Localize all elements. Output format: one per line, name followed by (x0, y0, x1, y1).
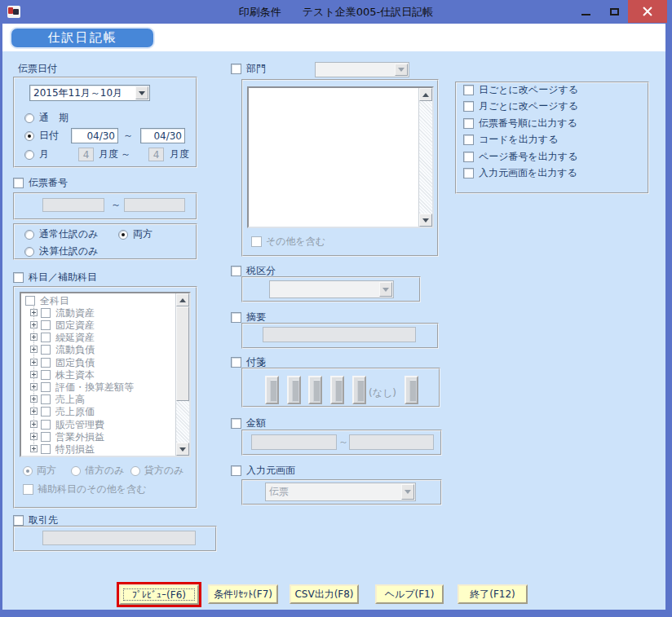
preview-button[interactable]: ﾌﾟﾚﾋﾞｭｰ(F6) (119, 584, 199, 605)
option-page-break-day-label: 日ごとに改ページする (479, 84, 578, 96)
fusen-checkbox[interactable] (231, 357, 241, 368)
fusen-label: 付箋 (246, 356, 266, 368)
tree-checkbox (41, 320, 51, 330)
radio-full-period-label: 通 期 (39, 112, 69, 124)
tree-row: 販売管理費 (21, 419, 173, 431)
radio-normal-journal-label: 通常仕訳のみ (39, 228, 99, 240)
department-include-other-label: その他を含む (266, 236, 325, 248)
radio-account-credit-label: 貸方のみ (144, 465, 184, 477)
tree-item-label: 売上高 (55, 394, 85, 406)
customer-label: 取引先 (29, 514, 58, 527)
titlebar: 印刷条件 テスト企業005-仕訳日記帳 (0, 0, 672, 24)
radio-closing-journal-label: 決算仕訳のみ (39, 245, 99, 258)
input-screen-dropdown-value: 伝票 (269, 485, 289, 499)
reset-button[interactable]: 条件ﾘｾｯﾄ(F7) (208, 584, 278, 604)
tree-row: 売上原価 (21, 406, 173, 418)
voucher-number-checkbox[interactable] (13, 178, 24, 188)
csv-export-button[interactable]: CSV出力(F8) (290, 584, 359, 604)
fusen-tag-none (405, 376, 418, 404)
exit-button[interactable]: 終了(F12) (458, 584, 528, 604)
period-dropdown-value: 2015年11月～10月 (33, 86, 122, 100)
date-tilde: ～ (123, 130, 133, 142)
tree-checkbox (41, 308, 51, 318)
period-dropdown[interactable]: 2015年11月～10月 (29, 85, 150, 101)
voucher-number-to-field (124, 198, 185, 212)
option-voucher-order-checkbox[interactable] (463, 118, 474, 129)
close-button[interactable] (628, 0, 667, 23)
fusen-tag-3 (308, 376, 322, 404)
radio-both-journal[interactable] (118, 230, 128, 240)
tree-row: 営業外損益 (21, 431, 173, 443)
month-tilde: ～ (121, 148, 130, 161)
tree-item-label: 流動資産 (55, 307, 95, 320)
radio-full-period[interactable] (24, 113, 34, 123)
maximize-icon (610, 8, 619, 15)
tree-item-label: 売上原価 (55, 406, 95, 418)
department-checkbox[interactable] (231, 64, 241, 74)
option-voucher-order-label: 伝票番号順に出力する (479, 117, 577, 130)
department-scrollbar (418, 88, 432, 227)
account-tree: 全科目 流動資産 固定資産 繰延資産 流動負債 固定負債 (20, 292, 191, 457)
minimize-button[interactable] (571, 0, 600, 23)
radio-date[interactable] (24, 131, 34, 141)
scroll-down-icon (176, 443, 189, 456)
option-input-screen-checkbox[interactable] (463, 168, 474, 178)
radio-closing-journal[interactable] (24, 247, 34, 257)
tree-checkbox (41, 370, 51, 380)
tree-expand-icon (30, 333, 38, 341)
tree-scrollbar (175, 293, 189, 456)
month-from-unit-label: 月度 (99, 148, 118, 161)
tree-expand-icon (30, 383, 38, 390)
voucher-date-label: 伝票日付 (18, 63, 57, 75)
amount-checkbox[interactable] (231, 418, 241, 429)
department-label: 部門 (246, 63, 266, 75)
tree-checkbox (41, 444, 51, 454)
tree-item-label: 全科目 (40, 295, 69, 307)
department-dropdown (315, 62, 409, 77)
customer-checkbox[interactable] (13, 515, 24, 526)
input-screen-checkbox[interactable] (231, 465, 241, 476)
voucher-number-tilde: ～ (111, 199, 121, 211)
help-button[interactable]: ヘルプ(F1) (375, 584, 444, 604)
amount-from-field (251, 434, 337, 450)
department-include-other-checkbox (251, 236, 262, 247)
chevron-down-icon (379, 282, 392, 297)
option-page-break-month-label: 月ごとに改ページする (479, 100, 578, 112)
tree-row: 固定負債 (21, 357, 173, 369)
summary-checkbox[interactable] (231, 312, 241, 323)
option-output-code-checkbox[interactable] (463, 134, 474, 145)
date-to-field[interactable]: 04/30 (140, 128, 185, 143)
chevron-down-icon[interactable] (135, 86, 148, 99)
close-icon (643, 7, 652, 16)
radio-month[interactable] (24, 150, 34, 160)
date-from-field[interactable]: 04/30 (71, 128, 118, 143)
fusen-tag-5 (352, 376, 366, 404)
tree-item-label: 評価・換算差額等 (55, 381, 134, 394)
tree-checkbox (41, 394, 51, 404)
radio-account-both (23, 466, 33, 476)
input-screen-label: 入力元画面 (246, 465, 295, 477)
window-title-left: 印刷条件 (239, 5, 281, 20)
maximize-button[interactable] (600, 0, 628, 23)
minimize-icon (581, 14, 590, 15)
account-checkbox[interactable] (13, 272, 24, 283)
tree-checkbox (41, 407, 51, 416)
voucher-number-from-field (42, 198, 104, 212)
tax-class-checkbox[interactable] (231, 266, 241, 276)
radio-account-debit-label: 借方のみ (85, 465, 125, 477)
radio-normal-journal[interactable] (24, 230, 34, 240)
tree-row: 特別損益 (21, 443, 173, 456)
month-to-unit-label: 月度 (170, 148, 189, 161)
account-label: 科目／補助科目 (29, 271, 97, 284)
scroll-thumb (176, 306, 189, 401)
sub-account-include-other-label: 補助科目のその他を含む (38, 483, 146, 496)
tab-journal-daybook[interactable]: 仕訳日記帳 (10, 27, 155, 49)
tree-expand-icon (30, 433, 38, 440)
option-page-number-checkbox[interactable] (463, 152, 474, 162)
option-page-break-month-checkbox[interactable] (463, 101, 474, 112)
tree-expand-icon (30, 359, 38, 366)
option-page-break-day-checkbox[interactable] (463, 85, 474, 95)
tree-row: 流動負債 (21, 344, 173, 356)
print-condition-window: 印刷条件 テスト企業005-仕訳日記帳 仕訳日記帳 伝票日付 2015年11月～… (0, 0, 672, 617)
tree-item-label: 特別損益 (55, 443, 95, 456)
